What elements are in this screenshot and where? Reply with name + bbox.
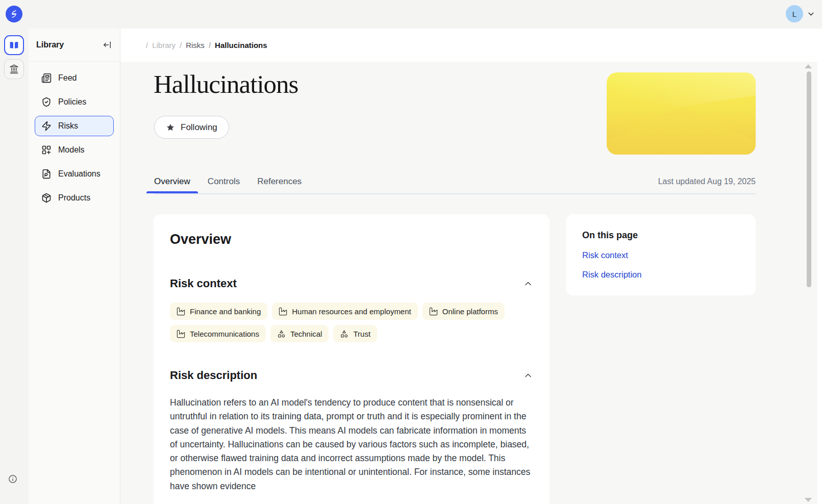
context-tag[interactable]: Trust (333, 325, 377, 342)
rail-library-button[interactable] (4, 35, 24, 55)
tab[interactable]: Overview (154, 170, 191, 193)
chevron-up-icon (523, 370, 533, 381)
nav-item-label: Policies (58, 97, 86, 107)
last-updated-text: Last updated Aug 19, 2025 (658, 177, 756, 186)
chevron-down-icon (807, 10, 815, 18)
logo-squiggle-icon (9, 9, 19, 19)
scrollbar-up-arrow[interactable] (805, 64, 812, 68)
tab-label: Overview (154, 177, 190, 187)
app-window: L Library Feed (0, 0, 822, 504)
tab[interactable]: Controls (207, 170, 240, 193)
breadcrumb-separator: / (180, 41, 182, 49)
star-icon (166, 123, 175, 132)
risk-context-tags: Finance and banking Human resources and … (170, 303, 533, 342)
following-label: Following (181, 122, 217, 133)
risk-cover-image (607, 72, 756, 155)
library-sidebar: Library Feed Policies Risks Models (29, 29, 120, 504)
breadcrumb-item[interactable]: / Library (142, 41, 176, 49)
account-menu[interactable]: L (786, 5, 815, 22)
scrollbar-thumb[interactable] (807, 71, 811, 287)
breadcrumb-item: / Hallucinations (205, 41, 267, 49)
info-icon (8, 474, 17, 484)
toc-links: Risk context Risk description (582, 250, 739, 280)
sidebar-nav-item[interactable]: Models (35, 140, 114, 160)
toc-link[interactable]: Risk description (582, 270, 739, 280)
breadcrumb-item[interactable]: / Risks (176, 41, 205, 49)
tag-label: Online platforms (442, 307, 498, 316)
risk-context-header: Risk context (170, 277, 533, 290)
avatar[interactable]: L (786, 5, 803, 22)
tab-bar: Overview Controls References Last update… (154, 170, 756, 193)
collapse-sidebar-button[interactable] (102, 40, 112, 50)
risk-description-title: Risk description (170, 369, 257, 382)
nav-item-icon (41, 73, 52, 83)
tab-label: Controls (208, 177, 240, 187)
toc-title: On this page (582, 230, 739, 241)
sidebar-nav-item[interactable]: Feed (35, 68, 114, 88)
toc-link-label: Risk context (582, 250, 628, 260)
sidebar-title: Library (36, 40, 64, 49)
overview-card: Overview Risk context Finance and (154, 214, 550, 504)
nav-item-icon (41, 145, 52, 155)
nav-item-icon (41, 169, 52, 179)
tag-label: Technical (290, 330, 322, 338)
tag-label: Human resources and employment (292, 307, 411, 316)
risk-description-body: Hallucination refers to an AI model's te… (170, 396, 533, 493)
context-tag[interactable]: Human resources and employment (272, 303, 417, 320)
scrollbar-down-arrow[interactable] (805, 498, 812, 502)
tabs: Overview Controls References (154, 170, 302, 193)
page-title: Hallucinations (154, 69, 298, 99)
landmark-icon (9, 64, 19, 74)
nav-item-label: Models (58, 145, 85, 155)
window-edge (817, 29, 822, 504)
sidebar-nav-item[interactable]: Products (35, 188, 114, 208)
overview-card-title: Overview (170, 232, 533, 247)
context-tag[interactable]: Finance and banking (170, 303, 267, 320)
nav-item-label: Feed (58, 73, 77, 83)
risk-context-title: Risk context (170, 277, 237, 290)
brand-logo-button[interactable] (6, 6, 22, 22)
rail-organization-button[interactable] (4, 59, 24, 79)
tag-icon (340, 330, 348, 338)
nav-item-label: Products (58, 193, 90, 203)
tag-icon (429, 307, 438, 316)
breadcrumb-label: Hallucinations (215, 41, 267, 49)
nav-item-label: Risks (58, 121, 78, 131)
sidebar-nav-item[interactable]: Policies (35, 92, 114, 112)
tab[interactable]: References (257, 170, 302, 193)
top-bar: L (0, 0, 822, 29)
breadcrumb-separator: / (146, 41, 148, 49)
toc-link[interactable]: Risk context (582, 250, 739, 260)
context-tag[interactable]: Online platforms (422, 303, 505, 320)
tag-icon (177, 330, 185, 338)
context-tag[interactable]: Telecommunications (170, 325, 266, 342)
tag-label: Telecommunications (190, 330, 259, 338)
sidebar-nav-item[interactable]: Evaluations (35, 164, 114, 184)
following-button[interactable]: Following (154, 116, 229, 139)
tag-icon (277, 330, 286, 338)
sidebar-header: Library (29, 29, 120, 62)
book-open-icon (9, 40, 19, 51)
tag-label: Finance and banking (190, 307, 261, 316)
page-scroll-area: Hallucinations Following Overview Contro… (120, 62, 817, 504)
on-this-page-card: On this page Risk context Risk descripti… (566, 214, 756, 295)
chevron-up-icon (523, 279, 533, 289)
tag-icon (177, 307, 185, 316)
nav-item-icon (41, 121, 52, 131)
toc-link-label: Risk description (582, 270, 641, 279)
sidebar-nav: Feed Policies Risks Models Evaluations P… (29, 62, 120, 208)
collapse-section-button[interactable] (523, 370, 533, 381)
context-tag[interactable]: Technical (270, 325, 329, 342)
breadcrumb-label: Library (152, 41, 176, 49)
nav-item-icon (41, 97, 52, 107)
tag-label: Trust (353, 330, 370, 338)
sidebar-nav-item[interactable]: Risks (35, 116, 114, 136)
page-hero: Hallucinations Following (154, 62, 756, 170)
nav-item-label: Evaluations (58, 169, 101, 179)
nav-item-icon (41, 193, 52, 203)
tab-divider (154, 193, 756, 194)
tag-icon (279, 307, 287, 316)
info-button[interactable] (8, 474, 17, 484)
collapse-section-button[interactable] (523, 279, 533, 289)
app-rail (0, 29, 29, 504)
